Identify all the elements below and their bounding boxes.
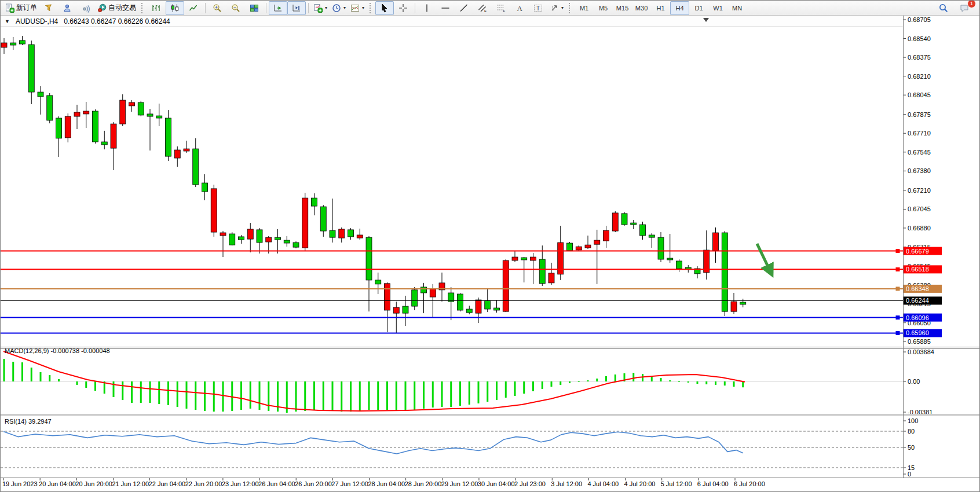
- chartshift-icon: [292, 3, 301, 13]
- svg-text:19 Jun 2023: 19 Jun 2023: [2, 480, 38, 487]
- svg-text:4 Jul 20:00: 4 Jul 20:00: [624, 480, 656, 487]
- macd-axis: 0.0036840.00-0.00381: [903, 348, 934, 416]
- dropdown-caret-icon[interactable]: ▾: [561, 5, 564, 10]
- tf-h1-button[interactable]: H1: [651, 1, 670, 15]
- svg-text:20 Jun 04:00: 20 Jun 04:00: [39, 480, 76, 487]
- zoom-out-button[interactable]: [226, 1, 245, 15]
- indicators-button[interactable]: ▾: [311, 1, 330, 15]
- chart-candles-icon: [170, 3, 180, 13]
- arrows-button[interactable]: ▾: [547, 1, 566, 15]
- chart-bars-button[interactable]: [147, 1, 166, 15]
- notifications-button[interactable]: 1: [955, 1, 974, 15]
- signals-button[interactable]: [76, 1, 95, 15]
- trendline-button[interactable]: [455, 1, 473, 15]
- vline-icon: [422, 3, 432, 13]
- shift-marker-icon[interactable]: [703, 18, 709, 22]
- drawn-arrow[interactable]: [757, 244, 771, 273]
- svg-text:0: 0: [908, 471, 911, 478]
- toolbar-grip[interactable]: [141, 3, 144, 13]
- macd-indicator-label: MACD(12,26,9) -0.000738 -0.000048: [5, 347, 110, 354]
- crosshair-button[interactable]: [394, 1, 412, 15]
- svg-text:0.67710: 0.67710: [908, 130, 931, 137]
- clock-icon: [332, 3, 341, 13]
- toolbar-right-cluster: 1: [934, 1, 977, 15]
- chart-candles-button[interactable]: [166, 1, 184, 15]
- chart-shift-button[interactable]: [287, 1, 306, 15]
- autotrade-label: 自动交易: [108, 3, 136, 13]
- svg-text:0.67210: 0.67210: [908, 187, 931, 194]
- svg-text:27 Jun 12:00: 27 Jun 12:00: [331, 480, 368, 487]
- equidistant-channel-button[interactable]: E: [473, 1, 492, 15]
- svg-text:22 Jun 04:00: 22 Jun 04:00: [149, 480, 186, 487]
- svg-text:2 Jul 23:00: 2 Jul 23:00: [514, 480, 546, 487]
- svg-text:26 Jun 20:00: 26 Jun 20:00: [295, 480, 332, 487]
- horizontal-line-button[interactable]: [436, 1, 455, 15]
- text-button[interactable]: A: [510, 1, 529, 15]
- chart-canvas[interactable]: 0.687050.685400.683750.682100.680450.678…: [1, 16, 980, 492]
- text-label-button[interactable]: T: [529, 1, 547, 15]
- vertical-line-button[interactable]: [418, 1, 436, 15]
- metaeditor-button[interactable]: [58, 1, 76, 15]
- chart-line-button[interactable]: [184, 1, 203, 15]
- tf-w1-label: W1: [713, 5, 723, 12]
- search-icon: [939, 3, 948, 13]
- svg-text:0.68210: 0.68210: [908, 73, 931, 80]
- tf-d1-button[interactable]: D1: [689, 1, 708, 15]
- tf-m30-button[interactable]: M30: [632, 1, 651, 15]
- styler-button[interactable]: [39, 1, 58, 15]
- channel-icon: E: [478, 3, 487, 13]
- toolbar-separator: [205, 3, 206, 13]
- tf-m5-button[interactable]: M5: [594, 1, 613, 15]
- tf-w1-button[interactable]: W1: [708, 1, 727, 15]
- tf-m15-button[interactable]: M15: [613, 1, 632, 15]
- svg-text:0.68705: 0.68705: [908, 16, 931, 23]
- svg-text:0.66096: 0.66096: [906, 314, 929, 321]
- svg-text:26 Jun 04:00: 26 Jun 04:00: [258, 480, 295, 487]
- autotrade-icon: [97, 3, 107, 13]
- broadcast-icon: [81, 3, 90, 13]
- date-axis: 19 Jun 202320 Jun 04:0020 Jun 20:0021 Ju…: [2, 478, 765, 487]
- svg-text:0.67045: 0.67045: [908, 205, 931, 212]
- zoom-out-icon: [231, 3, 240, 13]
- svg-text:5 Jul 12:00: 5 Jul 12:00: [661, 480, 692, 487]
- svg-text:0.003684: 0.003684: [908, 348, 934, 355]
- toolbar-grip[interactable]: [370, 3, 372, 13]
- svg-text:20 Jun 20:00: 20 Jun 20:00: [75, 480, 112, 487]
- autotrade-button[interactable]: 自动交易: [95, 1, 138, 15]
- auto-scroll-button[interactable]: [269, 1, 287, 15]
- dropdown-caret-icon[interactable]: ▾: [343, 5, 346, 10]
- tf-m1-button[interactable]: M1: [575, 1, 594, 15]
- zoom-in-icon: [213, 3, 222, 13]
- chart-bars-icon: [152, 3, 161, 13]
- new-order-button[interactable]: 新订单: [3, 1, 39, 15]
- dropdown-caret-icon[interactable]: ▾: [325, 5, 327, 10]
- templates-button[interactable]: ▾: [348, 1, 367, 15]
- tf-m5-label: M5: [599, 5, 608, 12]
- zoom-in-button[interactable]: [208, 1, 226, 15]
- tf-m15-label: M15: [616, 5, 628, 12]
- tf-m30-label: M30: [635, 5, 648, 12]
- tf-h1-label: H1: [657, 5, 665, 12]
- svg-text:28 Jun 04:00: 28 Jun 04:00: [368, 480, 405, 487]
- periods-button[interactable]: ▾: [330, 1, 348, 15]
- tf-h4-button[interactable]: H4: [670, 1, 689, 15]
- price-axis: 0.687050.685400.683750.682100.680450.678…: [903, 16, 931, 345]
- svg-text:0.66244: 0.66244: [906, 297, 929, 304]
- svg-text:23 Jun 12:00: 23 Jun 12:00: [222, 480, 259, 487]
- indicators-icon: [313, 3, 323, 13]
- horizontal-price-lines[interactable]: 0.666790.665180.663480.662440.660960.659…: [1, 247, 942, 337]
- toolbar-grip[interactable]: [569, 3, 572, 13]
- cursor-button[interactable]: [375, 1, 394, 15]
- svg-text:0.66880: 0.66880: [908, 225, 931, 232]
- tf-d1-label: D1: [695, 5, 703, 12]
- fibonacci-button[interactable]: F: [492, 1, 510, 15]
- tf-mn-button[interactable]: MN: [727, 1, 747, 15]
- svg-text:30 Jun 04:00: 30 Jun 04:00: [478, 480, 515, 487]
- macd-panel[interactable]: [1, 351, 903, 413]
- dropdown-caret-icon[interactable]: ▾: [362, 5, 364, 10]
- search-button[interactable]: [934, 1, 953, 15]
- rsi-panel[interactable]: [1, 431, 903, 468]
- hline-icon: [441, 3, 450, 13]
- tile-windows-button[interactable]: [245, 1, 264, 15]
- svg-text:80: 80: [908, 428, 915, 435]
